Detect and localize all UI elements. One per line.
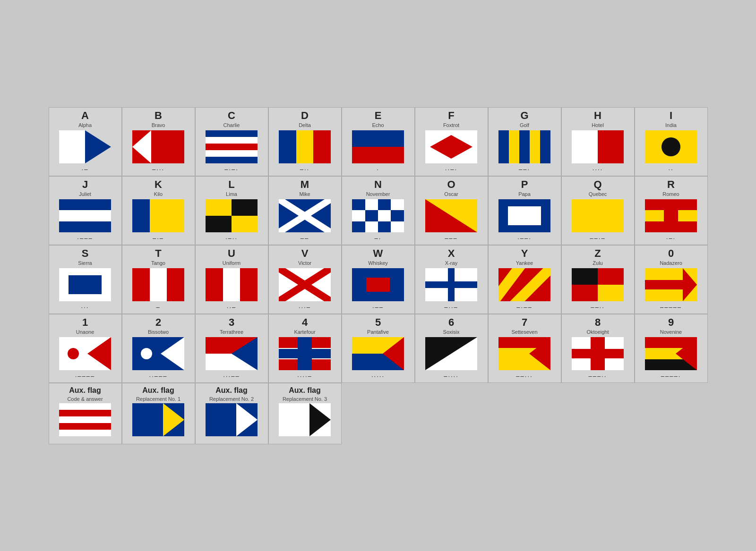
svg-rect-51 (508, 206, 541, 225)
svg-rect-117 (59, 410, 111, 416)
flag-svg-M (279, 199, 331, 232)
svg-rect-8 (206, 157, 258, 163)
svg-rect-79 (598, 285, 624, 301)
flag-name-3: Terrathree (220, 329, 243, 335)
flag-cell-B: B Bravo –··· (122, 107, 195, 176)
svg-rect-26 (59, 221, 111, 232)
flag-letter-9: 9 (668, 317, 674, 328)
flag-cell-0: 0 Nadazero ––––– (635, 245, 708, 314)
flag-cell-Q: Q Quebec ––·– (561, 176, 635, 245)
flag-morse-B: –··· (152, 166, 164, 173)
flag-morse-Q: ––·– (590, 235, 605, 242)
flag-morse-T: – (156, 304, 160, 311)
row-s-0: S Sierra ··· T Tango – U Uniform (49, 245, 708, 314)
flag-morse-0: ––––– (660, 304, 682, 311)
flag-cell-S: S Sierra ··· (49, 245, 122, 314)
svg-rect-115 (59, 403, 111, 410)
flag-cell-K: K Kilo –·– (122, 176, 195, 245)
flag-name-T: Tango (151, 260, 165, 266)
svg-rect-76 (572, 268, 598, 285)
svg-rect-32 (232, 216, 258, 232)
svg-rect-43 (391, 210, 404, 221)
flag-cell-R: R Romeo ·–· (635, 176, 708, 245)
flag-name-6: Soxisix (443, 329, 460, 335)
flag-cell-N: N November –· (342, 176, 415, 245)
flag-svg-8 (572, 337, 624, 370)
flag-letter-Q: Q (593, 179, 601, 190)
aux-subtitle-3: Replacement No. 2 (209, 396, 254, 402)
flag-cell-X: X X-ray –··– (415, 245, 488, 314)
flag-letter-I: I (670, 110, 672, 121)
flag-name-Z: Zulu (593, 260, 602, 266)
aux-title-2: Aux. flag (142, 386, 174, 395)
flag-name-4: Kartefour (294, 329, 315, 335)
svg-rect-56 (664, 199, 678, 232)
flag-name-5: Pantafive (367, 329, 389, 335)
flag-name-9: Novenine (660, 329, 682, 335)
svg-rect-28 (132, 199, 150, 232)
aux-subtitle-4: Replacement No. 3 (283, 396, 327, 402)
empty-cell-9 (635, 383, 708, 444)
flag-name-B: Bravo (152, 122, 165, 128)
flag-name-P: Papa (518, 191, 531, 197)
flag-morse-Z: ––·· (591, 304, 605, 311)
flag-letter-7: 7 (522, 317, 527, 328)
flag-cell-J: J Juliet ·––– (49, 176, 122, 245)
flag-svg-G (498, 130, 550, 163)
flag-morse-D: –·· (300, 166, 309, 173)
aux-svg-1 (59, 403, 111, 436)
flag-cell-O: O Oscar ––– (415, 176, 488, 245)
svg-rect-21 (598, 130, 624, 163)
flag-svg-U (206, 268, 258, 301)
flag-letter-A: A (81, 110, 89, 121)
svg-rect-46 (378, 221, 391, 232)
flag-svg-Z (572, 268, 624, 301)
flag-svg-S (59, 268, 111, 301)
svg-rect-25 (59, 199, 111, 210)
svg-rect-29 (206, 199, 232, 216)
flag-svg-9 (645, 337, 697, 370)
flag-cell-G: G Golf ––· (488, 107, 561, 176)
flag-svg-W (352, 268, 404, 301)
flag-morse-2: ··––– (149, 373, 168, 380)
flag-name-Y: Yankee (516, 260, 533, 266)
flag-letter-C: C (228, 110, 235, 121)
svg-rect-45 (365, 221, 378, 232)
flag-name-H: Hotel (592, 122, 604, 128)
flag-svg-4 (279, 337, 331, 370)
row-j-r: J Juliet ·––– K Kilo –·– L Lima (49, 176, 708, 245)
flag-svg-O (425, 199, 477, 232)
flag-svg-D (279, 130, 331, 163)
flag-letter-T: T (155, 248, 161, 259)
aux-cell-2: Aux. flag Replacement No. 1 (122, 383, 195, 444)
flag-morse-R: ·–· (666, 235, 676, 242)
flag-name-R: Romeo (662, 191, 679, 197)
svg-rect-5 (206, 137, 258, 144)
flag-svg-B (132, 130, 184, 163)
flag-morse-E: · (377, 166, 379, 173)
flag-cell-A: A Alpha ·– (49, 107, 122, 176)
flag-morse-1: ·–––– (75, 373, 95, 380)
svg-rect-60 (150, 268, 167, 301)
flag-svg-I (645, 130, 697, 163)
flag-morse-A: ·– (82, 166, 89, 173)
flag-svg-2 (132, 337, 184, 370)
svg-rect-107 (572, 349, 624, 358)
flag-morse-Y: –·–– (516, 304, 532, 311)
flag-name-1: Unaone (76, 329, 94, 335)
aux-svg-3 (206, 403, 258, 436)
flag-letter-M: M (301, 179, 309, 190)
flag-cell-2: 2 Bissotwo ··––– (122, 314, 195, 383)
flag-letter-Z: Z (594, 248, 601, 259)
svg-rect-17 (498, 130, 509, 163)
flag-morse-G: ––· (519, 166, 530, 173)
flag-letter-N: N (374, 179, 382, 190)
flag-letter-0: 0 (668, 248, 674, 259)
flag-morse-H: ···· (593, 166, 603, 173)
flag-svg-H (572, 130, 624, 163)
svg-rect-6 (206, 144, 258, 150)
svg-rect-18 (519, 130, 530, 163)
flag-morse-J: ·––– (77, 235, 93, 242)
flag-cell-6: 6 Soxisix –···· (415, 314, 488, 383)
flag-cell-7: 7 Setteseven ––··· (488, 314, 561, 383)
